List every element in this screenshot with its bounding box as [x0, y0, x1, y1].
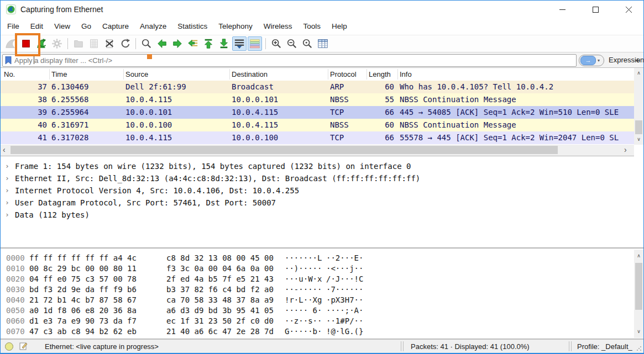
packet-row-40[interactable]: 406.31697110.0.0.10010.0.4.115NBSS60NBSS…: [1, 119, 634, 131]
ascii-bytes: ·······L: [285, 253, 322, 262]
detail-row[interactable]: ›User Datagram Protocol, Src Port: 57461…: [1, 197, 634, 209]
column-divider[interactable]: [49, 69, 50, 80]
packet-details-pane: ›Frame 1: 154 bytes on wire (1232 bits),…: [1, 156, 643, 249]
close-file-button[interactable]: [102, 36, 117, 51]
resize-columns-button[interactable]: [316, 36, 330, 51]
column-header-destination[interactable]: Destination: [232, 70, 268, 78]
go-back-button[interactable]: [155, 36, 169, 51]
auto-scroll-button[interactable]: [232, 36, 247, 51]
bytes-vscrollbar[interactable]: ∧ ∨: [634, 250, 643, 338]
resize-grip[interactable]: [636, 346, 642, 351]
packet-list-vscrollbar[interactable]: ∧ ∨: [634, 68, 643, 145]
apply-filter-button[interactable]: → ▾: [579, 55, 604, 66]
menu-view[interactable]: View: [49, 18, 76, 35]
cell-time: 6.316971: [51, 120, 122, 129]
column-divider[interactable]: [328, 69, 328, 80]
zoom-out-button[interactable]: [285, 36, 299, 51]
menu-capture[interactable]: Capture: [97, 18, 134, 35]
go-to-bottom-button[interactable]: [217, 36, 231, 51]
scroll-thumb[interactable]: [635, 263, 642, 310]
expander-chevron-icon[interactable]: ›: [5, 210, 9, 219]
menu-help[interactable]: Help: [326, 18, 353, 35]
hex-offset: 0010: [6, 264, 25, 273]
capture-comment-icon[interactable]: [19, 342, 28, 350]
hex-bytes: ca 70 58 33 48 37 8a a9: [166, 295, 274, 304]
column-header-protocol[interactable]: Protocol: [330, 70, 357, 78]
colorize-button[interactable]: [248, 36, 262, 51]
minimize-button[interactable]: [549, 1, 575, 18]
colorize-icon: [249, 38, 260, 49]
ascii-bytes: ····· 6·: [285, 306, 322, 315]
packet-row-37[interactable]: 376.130469Dell_2f:61:99BroadcastARP60Who…: [1, 81, 634, 93]
resize-columns-icon: [317, 38, 328, 49]
scroll-up-icon[interactable]: ∧: [634, 252, 643, 260]
menu-telephony[interactable]: Telephony: [213, 18, 258, 35]
display-filter-field[interactable]: [2, 54, 577, 67]
hex-bytes: bd f3 2d 9e da ff f9 b6: [29, 285, 137, 294]
ascii-bytes: ·<···j··: [326, 264, 363, 273]
scroll-up-icon[interactable]: ∧: [634, 69, 643, 77]
add-filter-button[interactable]: +: [635, 55, 640, 65]
packet-row-41[interactable]: 416.31702810.0.4.11510.0.0.100TCP6655578…: [1, 131, 634, 144]
menu-statistics[interactable]: Statistics: [172, 18, 213, 35]
profile-text[interactable]: Profile: _Default_: [577, 342, 632, 351]
menu-file[interactable]: File: [2, 18, 25, 35]
go-forward-button[interactable]: [170, 36, 185, 51]
column-divider[interactable]: [229, 69, 230, 80]
menu-edit[interactable]: Edit: [25, 18, 49, 35]
cell-protocol: NBSS: [330, 95, 365, 104]
expander-chevron-icon[interactable]: ›: [5, 186, 9, 194]
column-divider[interactable]: [366, 69, 367, 80]
hex-bytes: 21 72 b1 4c b7 87 58 67: [29, 295, 137, 304]
scroll-thumb[interactable]: [635, 120, 642, 134]
go-to-packet-button[interactable]: [186, 36, 200, 51]
column-header-length[interactable]: Length: [369, 70, 391, 78]
zoom-reset-button[interactable]: [300, 36, 315, 51]
menu-analyze[interactable]: Analyze: [134, 18, 172, 35]
scroll-right-icon[interactable]: ›: [624, 146, 627, 154]
expander-chevron-icon[interactable]: ›: [5, 198, 9, 207]
close-button[interactable]: [616, 1, 641, 18]
scroll-down-icon[interactable]: ∨: [634, 135, 643, 144]
apply-dropdown-icon[interactable]: ▾: [598, 58, 600, 63]
expert-info-icon[interactable]: [5, 342, 13, 351]
hex-bytes: a0 1d f8 06 e8 20 36 8a: [29, 306, 137, 315]
cell-length: 66: [362, 133, 394, 142]
detail-row[interactable]: ›Internet Protocol Version 4, Src: 10.0.…: [1, 185, 634, 197]
packet-row-38[interactable]: 386.25556810.0.4.11510.0.0.101NBSS55NBSS…: [1, 93, 634, 106]
column-header-time[interactable]: Time: [51, 70, 67, 78]
scroll-thumb[interactable]: [11, 146, 558, 154]
column-divider[interactable]: [123, 69, 124, 80]
go-to-top-button[interactable]: [201, 36, 216, 51]
detail-row[interactable]: ›Ethernet II, Src: Dell_8d:32:13 (a4:4c:…: [1, 173, 634, 185]
packet-list-hscrollbar[interactable]: ‹ ›: [1, 145, 634, 156]
detail-row[interactable]: ›Frame 1: 154 bytes on wire (1232 bits),…: [1, 161, 634, 173]
hex-offset: 0020: [6, 274, 25, 283]
menu-wireless[interactable]: Wireless: [258, 18, 298, 35]
scroll-left-icon[interactable]: ‹: [3, 146, 6, 154]
maximize-button[interactable]: [583, 1, 608, 18]
hex-offset: 0040: [6, 295, 25, 304]
expander-chevron-icon[interactable]: ›: [5, 174, 9, 182]
capture-status-text: Ethernet: <live capture in progress>: [45, 342, 159, 351]
packet-list-header[interactable]: No.TimeSourceDestinationProtocolLengthIn…: [1, 68, 634, 81]
menu-tools[interactable]: Tools: [297, 18, 326, 35]
detail-row[interactable]: ›Data (112 bytes): [1, 209, 634, 221]
menu-go[interactable]: Go: [76, 18, 97, 35]
bookmark-icon[interactable]: [5, 56, 12, 65]
display-filter-input[interactable]: [14, 56, 576, 65]
scroll-down-icon[interactable]: ∨: [634, 327, 643, 336]
ascii-bytes: /·J···!C: [326, 274, 363, 283]
packet-bytes-pane: 0000ff ff ff ff ff ff a4 4cc8 8d 32 13 0…: [1, 250, 643, 339]
hex-bytes: c8 8d 32 13 08 00 45 00: [166, 253, 274, 262]
zoom-in-button[interactable]: [269, 36, 284, 51]
column-header-info[interactable]: Info: [400, 70, 412, 78]
expander-chevron-icon[interactable]: ›: [5, 162, 9, 170]
column-header-no[interactable]: No.: [4, 70, 15, 78]
find-packet-button[interactable]: [139, 36, 154, 51]
reload-file-button[interactable]: [118, 36, 132, 51]
column-header-source[interactable]: Source: [125, 70, 148, 78]
cell-protocol: TCP: [330, 108, 365, 117]
packet-row-39[interactable]: 396.25596410.0.0.10110.0.4.115TCP66445 →…: [1, 106, 634, 119]
column-divider[interactable]: [397, 69, 398, 80]
